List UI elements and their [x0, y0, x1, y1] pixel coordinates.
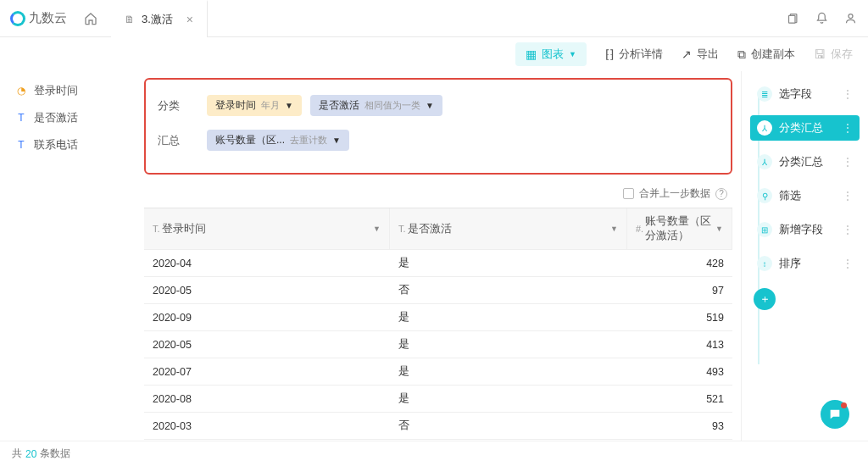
step-item[interactable]: ⚲筛选⋮ — [750, 183, 860, 208]
step-panel: ≣选字段⋮⅄分类汇总⋮⅄分类汇总⋮⚲筛选⋮⊞新增字段⋮↕排序⋮ ＋ — [741, 71, 868, 441]
chevron-down-icon: ▼ — [715, 225, 723, 233]
field-item[interactable]: ◔登录时间 — [15, 83, 129, 98]
user-icon[interactable] — [843, 11, 858, 26]
merge-checkbox[interactable] — [623, 188, 634, 199]
column-header[interactable]: T.是否激活▼ — [390, 208, 627, 250]
row-count: 20 — [25, 448, 36, 460]
home-icon[interactable] — [79, 7, 103, 31]
column-header[interactable]: #.账号数量（区分激活）▼ — [627, 208, 732, 250]
step-icon: ↕ — [757, 256, 772, 271]
table-row[interactable]: 2020-05否97 — [144, 277, 732, 304]
field-list: ◔登录时间T是否激活T联系电话 — [0, 71, 144, 441]
chevron-down-icon: ▼ — [373, 225, 381, 233]
scan-icon: ⁅⁆ — [605, 47, 614, 61]
text-icon: T — [15, 139, 27, 151]
step-icon: ⅄ — [757, 154, 772, 169]
merge-label: 合并上一步数据 — [639, 186, 710, 201]
table-row[interactable]: 2020-05是413 — [144, 331, 732, 358]
step-item[interactable]: ⅄分类汇总⋮ — [750, 149, 860, 175]
more-icon[interactable]: ⋮ — [843, 224, 853, 236]
brand-name: 九数云 — [29, 10, 67, 26]
more-icon[interactable]: ⋮ — [843, 190, 853, 202]
chevron-down-icon: ▼ — [610, 225, 618, 233]
table-row[interactable]: 2020-08是521 — [144, 386, 732, 413]
clipboard-icon[interactable] — [785, 11, 800, 26]
config-pill[interactable]: 账号数量（区...去重计数▼ — [207, 130, 349, 151]
step-item[interactable]: ⊞新增字段⋮ — [750, 217, 860, 242]
export-icon: ↗ — [682, 47, 692, 61]
copy-button[interactable]: ⧉ 创建副本 — [737, 47, 795, 62]
chevron-down-icon: ▼ — [285, 101, 293, 110]
agg-label: 汇总 — [158, 133, 192, 148]
svg-point-2 — [849, 14, 853, 19]
document-tab[interactable]: 🗎 3.激活 × — [111, 0, 208, 37]
config-pill[interactable]: 登录时间年月▼ — [207, 95, 302, 116]
chart-button[interactable]: ▦ 图表 ▼ — [515, 42, 587, 66]
logo-icon — [10, 11, 25, 26]
brand-logo: 九数云 — [10, 10, 67, 26]
more-icon[interactable]: ⋮ — [843, 88, 853, 100]
save-icon: 🖫 — [814, 47, 826, 61]
svg-rect-1 — [788, 15, 795, 23]
more-icon[interactable]: ⋮ — [843, 156, 853, 168]
chat-button[interactable] — [821, 400, 849, 429]
field-item[interactable]: T联系电话 — [15, 137, 129, 153]
footer: 共 20 条数据 — [0, 441, 868, 466]
help-icon[interactable]: ? — [715, 188, 727, 200]
close-icon[interactable]: × — [186, 13, 193, 26]
step-item[interactable]: ⅄分类汇总⋮ — [750, 115, 860, 141]
config-pill[interactable]: 是否激活相同值为一类▼ — [310, 95, 442, 116]
more-icon[interactable]: ⋮ — [843, 258, 853, 269]
chevron-down-icon: ▼ — [426, 101, 434, 110]
config-panel: 分类 登录时间年月▼是否激活相同值为一类▼ 汇总 账号数量（区...去重计数▼ — [144, 78, 732, 175]
step-icon: ⅄ — [757, 120, 772, 136]
group-label: 分类 — [158, 98, 192, 114]
table-row[interactable]: 2020-04是428 — [144, 250, 732, 277]
document-icon: 🗎 — [125, 14, 135, 25]
step-icon: ⚲ — [757, 188, 772, 203]
chevron-down-icon: ▼ — [332, 136, 341, 145]
export-button[interactable]: ↗ 导出 — [682, 47, 719, 62]
table-row[interactable]: 2020-09是519 — [144, 304, 732, 331]
step-icon: ⊞ — [757, 222, 772, 237]
save-button[interactable]: 🖫 保存 — [814, 47, 853, 62]
more-icon[interactable]: ⋮ — [843, 122, 853, 134]
add-step-button[interactable]: ＋ — [754, 288, 776, 310]
tab-title: 3.激活 — [142, 12, 173, 27]
result-table: T.登录时间▼T.是否激活▼#.账号数量（区分激活）▼ 2020-04是4282… — [144, 208, 732, 440]
chevron-down-icon: ▼ — [569, 50, 576, 58]
table-row[interactable]: 2020-07是493 — [144, 358, 732, 386]
field-item[interactable]: T是否激活 — [15, 110, 129, 125]
chart-icon: ▦ — [526, 47, 537, 61]
bell-icon[interactable] — [814, 11, 829, 26]
step-item[interactable]: ≣选字段⋮ — [750, 81, 860, 107]
column-header[interactable]: T.登录时间▼ — [144, 208, 390, 250]
step-item[interactable]: ↕排序⋮ — [750, 251, 860, 276]
step-icon: ≣ — [757, 86, 772, 102]
text-icon: T — [15, 112, 27, 124]
copy-icon: ⧉ — [737, 47, 746, 62]
clock-icon: ◔ — [15, 85, 27, 97]
detail-button[interactable]: ⁅⁆ 分析详情 — [605, 47, 663, 62]
table-row[interactable]: 2020-03否93 — [144, 413, 732, 440]
